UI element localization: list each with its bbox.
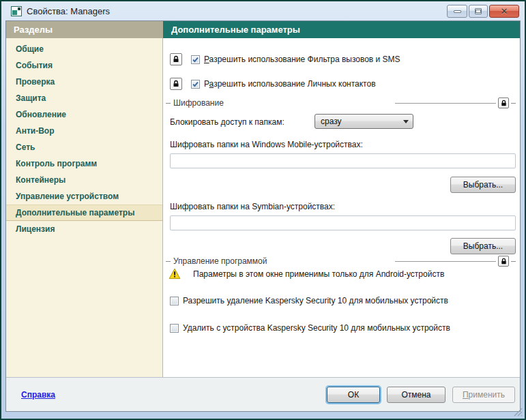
properties-window: Свойства: Managers ✕ Разделы Дополнитель… bbox=[0, 0, 526, 420]
lock-icon bbox=[172, 55, 180, 63]
help-link[interactable]: Справка bbox=[21, 390, 55, 400]
lock-icon bbox=[500, 258, 508, 265]
resize-grip[interactable] bbox=[514, 408, 523, 417]
settings-panel: Разрешить использование Фильтра вызовов … bbox=[163, 38, 520, 377]
cancel-button[interactable]: Отмена bbox=[387, 387, 445, 403]
close-button[interactable]: ✕ bbox=[489, 5, 519, 18]
sidebar-item-scan[interactable]: Проверка bbox=[6, 74, 162, 90]
dialog-footer: Справка ОК Отмена Применить bbox=[6, 377, 520, 411]
section-encryption: Шифрование bbox=[166, 97, 516, 109]
section-title: Управление программой bbox=[173, 256, 267, 266]
block-access-dropdown[interactable]: сразу bbox=[315, 114, 413, 129]
sidebar-item-update[interactable]: Обновление bbox=[6, 106, 162, 123]
lock-toggle-management-section[interactable] bbox=[498, 256, 509, 267]
ok-button[interactable]: ОК bbox=[327, 387, 380, 403]
checkbox-label: Разрешить использование Личных контактов bbox=[204, 79, 376, 89]
dropdown-value: сразу bbox=[321, 117, 403, 126]
maximize-button[interactable] bbox=[469, 5, 488, 18]
minimize-button[interactable] bbox=[447, 5, 467, 18]
sidebar-item-device-management[interactable]: Управление устройством bbox=[6, 188, 162, 205]
warning-icon bbox=[169, 268, 181, 280]
chevron-down-icon bbox=[403, 120, 409, 123]
lock-toggle-contacts[interactable] bbox=[170, 78, 182, 90]
sidebar-item-app-control[interactable]: Контроль программ bbox=[6, 155, 162, 172]
lock-icon bbox=[500, 100, 508, 107]
sidebar-item-additional-parameters[interactable]: Дополнительные параметры bbox=[6, 205, 162, 221]
sidebar-header: Разделы bbox=[6, 21, 163, 38]
window-icon bbox=[11, 6, 22, 16]
block-access-label: Блокировать доступ к папкам: bbox=[170, 117, 284, 127]
lock-icon bbox=[172, 80, 180, 88]
maximize-icon bbox=[475, 8, 482, 14]
close-icon: ✕ bbox=[501, 7, 508, 16]
warning-text: Параметры в этом окне применимы только д… bbox=[193, 269, 444, 279]
sidebar-item-network[interactable]: Сеть bbox=[6, 139, 162, 155]
section-app-management: Управление программой bbox=[166, 255, 516, 267]
sidebar-item-events[interactable]: События bbox=[6, 57, 162, 74]
checkbox-allow-removal[interactable] bbox=[170, 297, 179, 305]
sidebar-item-general[interactable]: Общие bbox=[6, 41, 162, 57]
symbian-folders-label: Шифровать папки на Symbian-устройствах: bbox=[170, 202, 335, 211]
checkbox-allow-personal-contacts[interactable] bbox=[191, 80, 200, 89]
lock-toggle-sms[interactable] bbox=[170, 53, 182, 65]
sidebar-item-containers[interactable]: Контейнеры bbox=[6, 172, 162, 188]
sidebar-item-antitheft[interactable]: Анти-Вор bbox=[6, 123, 162, 139]
minimize-icon bbox=[454, 10, 461, 13]
sections-sidebar: Общие События Проверка Защита Обновление… bbox=[6, 38, 163, 377]
apply-button[interactable]: Применить bbox=[452, 387, 515, 403]
choose-wm-folder-button[interactable]: Выбрать... bbox=[450, 177, 516, 193]
checkbox-label: Разрешить использование Фильтра вызовов … bbox=[204, 55, 400, 64]
android-warning: Параметры в этом окне применимы только д… bbox=[169, 268, 444, 280]
window-title: Свойства: Managers bbox=[27, 6, 110, 16]
checkbox-label: Разрешить удаление Kaspersky Security 10… bbox=[183, 296, 448, 305]
checkbox-allow-call-sms-filter[interactable] bbox=[191, 55, 200, 64]
page-title: Дополнительные параметры bbox=[163, 21, 520, 38]
lock-toggle-encryption-section[interactable] bbox=[498, 97, 509, 108]
checkmark-icon bbox=[192, 56, 199, 63]
checkbox-remove-from-device[interactable] bbox=[170, 324, 179, 333]
sidebar-item-license[interactable]: Лицензия bbox=[6, 221, 162, 237]
checkmark-icon bbox=[192, 80, 199, 88]
choose-symbian-folder-button[interactable]: Выбрать... bbox=[450, 238, 516, 254]
wm-folders-input[interactable] bbox=[170, 153, 516, 168]
checkbox-label: Удалить с устройства Kaspersky Security … bbox=[183, 323, 450, 333]
sidebar-item-protection[interactable]: Защита bbox=[6, 90, 162, 106]
title-bar[interactable]: Свойства: Managers ✕ bbox=[5, 1, 521, 20]
section-title: Шифрование bbox=[173, 98, 224, 108]
wm-folders-label: Шифровать папки на Windows Mobile-устрой… bbox=[170, 140, 363, 149]
symbian-folders-input[interactable] bbox=[170, 215, 516, 230]
